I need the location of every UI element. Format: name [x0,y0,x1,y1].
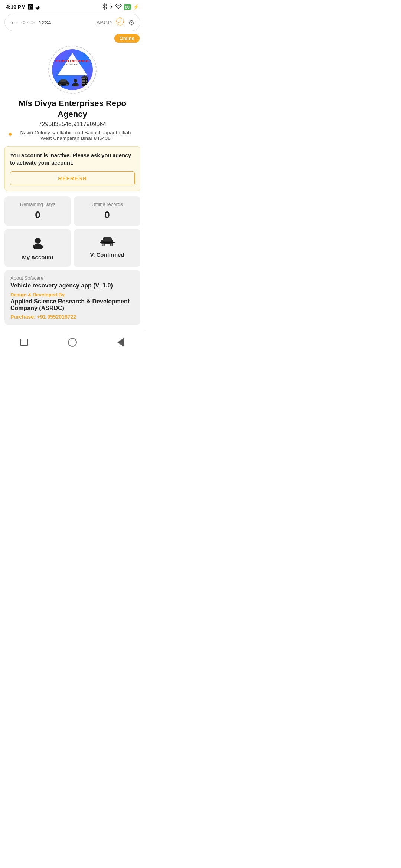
logo-text-top: M/S DIVYA ENTERPRISES [55,60,90,62]
logo-bottom-icons [57,75,88,86]
alert-box: You account is inactive. Please ask you … [4,146,140,191]
offline-records-label: Offline records [78,201,136,207]
svg-rect-15 [86,80,87,82]
svg-point-0 [118,8,119,9]
charging-icon: ⚡ [133,4,139,10]
svg-rect-17 [84,83,85,84]
company-section: M/s Divya Enterprises Repo Agency 729583… [0,98,145,141]
v-confirmed-card[interactable]: V. Confirmed [74,229,140,267]
logo-circle: M/S DIVYA ENTERPRISES REPO AGENCY [48,46,97,94]
alert-message: You account is inactive. Please ask you … [10,152,135,167]
remaining-days-value: 0 [9,209,66,221]
download-refresh-icon[interactable] [115,17,124,28]
logo-section: M/S DIVYA ENTERPRISES REPO AGENCY [0,46,145,94]
building-logo-icon [81,75,88,86]
logo-inner: M/S DIVYA ENTERPRISES REPO AGENCY [52,49,93,90]
svg-point-20 [35,238,41,244]
about-dev-name: Applied Science Research & Development C… [10,298,134,312]
online-badge: Online [114,34,140,43]
about-purchase: Purchase: +91 9552018722 [10,314,134,320]
about-app-name: Vehicle recovery agency app (V_1.0) [10,282,134,289]
wifi-icon [115,4,122,10]
svg-rect-14 [84,80,85,82]
profile-status-icon: ◕ [35,4,40,10]
svg-rect-30 [110,240,113,240]
abcd-text: ABCD [96,19,112,26]
svg-point-6 [66,84,68,86]
svg-rect-16 [82,83,84,84]
nav-home-button[interactable] [66,336,79,349]
square-icon [20,339,28,346]
settings-icon[interactable]: ⚙ [128,18,135,27]
triangle-icon [117,338,124,347]
battery-indicator: 80 [124,4,131,10]
parking-icon: 🅿 [28,4,33,10]
stats-grid: Remaining Days 0 Offline records 0 [4,196,140,226]
v-confirmed-label: V. Confirmed [90,251,124,258]
svg-rect-23 [103,237,112,241]
circle-icon [68,338,77,347]
svg-rect-18 [86,83,87,84]
svg-point-26 [102,244,104,246]
svg-rect-12 [86,78,87,79]
address-bar: ← <∙∙∙> 1234 ABCD ⚙ [4,14,140,31]
my-account-card[interactable]: My Account [4,229,71,267]
nav-back-button[interactable] [114,336,127,349]
svg-rect-11 [84,78,85,79]
address-text: Navin Colony santkabir road Banuchhapar … [14,130,137,141]
svg-point-5 [59,84,61,86]
bluetooth-icon [102,3,107,11]
svg-rect-13 [82,80,84,82]
svg-point-21 [33,244,43,249]
offline-records-card: Offline records 0 [74,196,140,226]
person-logo-icon [71,78,79,86]
nav-bar [0,331,145,355]
company-phone: 7295832546,9117909564 [4,121,140,128]
car-icon [100,236,115,249]
svg-marker-19 [81,75,88,78]
status-bar: 4:19 PM 🅿 ◕ ✈ 80 ⚡ [0,0,145,12]
svg-rect-4 [60,79,66,82]
url-text[interactable]: 1234 [39,19,92,26]
about-dev-label: Design & Developed By [10,292,134,297]
account-icon [31,236,45,252]
action-grid: My Account V. Confirmed [4,229,140,267]
car-logo-icon [57,78,70,86]
refresh-button[interactable]: REFRESH [10,171,135,185]
company-name: M/s Divya Enterprises Repo Agency [4,98,140,119]
svg-point-28 [111,244,112,246]
remaining-days-card: Remaining Days 0 [4,196,71,226]
about-section: About Software Vehicle recovery agency a… [4,270,140,325]
svg-rect-29 [102,240,104,240]
back-button[interactable]: ← [10,18,17,27]
logo-text-sub: REPO AGENCY [65,63,80,66]
svg-point-8 [72,83,79,86]
airplane-icon: ✈ [109,4,113,10]
company-address: ● Navin Colony santkabir road Banuchhapa… [4,130,140,141]
online-badge-wrap: Online [0,34,145,43]
about-section-label: About Software [10,275,134,281]
nav-square-button[interactable] [17,336,31,349]
svg-point-7 [74,79,77,83]
location-icon: ● [8,130,12,138]
status-time: 4:19 PM [6,4,26,10]
my-account-label: My Account [22,254,53,260]
svg-rect-10 [82,78,84,79]
offline-records-value: 0 [78,209,136,221]
remaining-days-label: Remaining Days [9,201,66,207]
svg-rect-24 [100,242,115,243]
nav-dots[interactable]: <∙∙∙> [21,19,35,26]
